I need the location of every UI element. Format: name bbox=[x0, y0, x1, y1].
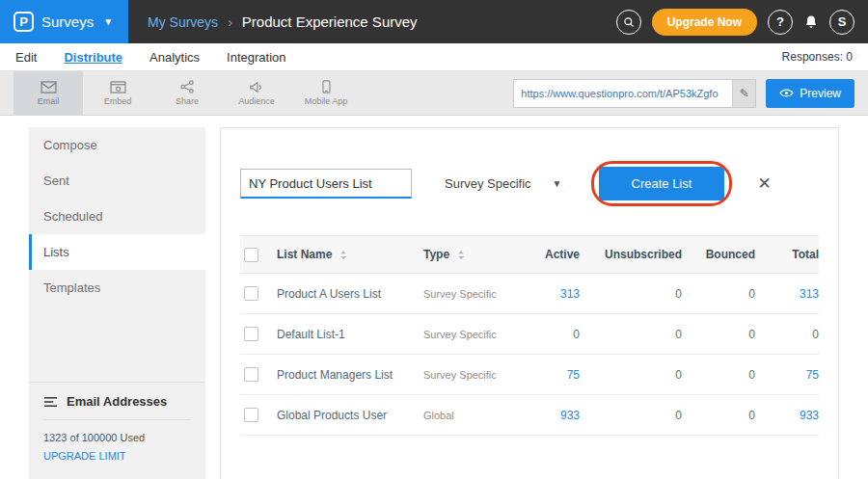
breadcrumb-separator-icon: › bbox=[228, 14, 232, 30]
audience-icon bbox=[249, 81, 264, 93]
toolbar-item-email[interactable]: Email bbox=[14, 71, 83, 115]
mobile-app-icon bbox=[322, 80, 331, 93]
toolbar-item-mobile-app[interactable]: Mobile App bbox=[291, 71, 361, 115]
help-button[interactable]: ? bbox=[768, 10, 793, 35]
email-sidebar: Compose Sent Scheduled Lists Templates E… bbox=[29, 127, 205, 479]
embed-icon bbox=[110, 81, 126, 93]
total-count[interactable]: 933 bbox=[755, 409, 819, 422]
row-checkbox[interactable] bbox=[244, 367, 258, 382]
toolbar-item-label: Email bbox=[38, 96, 60, 106]
bell-icon bbox=[803, 14, 819, 30]
list-icon bbox=[43, 396, 58, 408]
search-button[interactable] bbox=[616, 10, 641, 35]
sidebar-item-templates[interactable]: Templates bbox=[29, 270, 205, 306]
product-switcher[interactable]: P Surveys ▼ bbox=[0, 0, 128, 43]
sidebar-item-lists[interactable]: Lists bbox=[29, 234, 205, 270]
distribute-toolbar: Email Embed Share Audience Mobile App ✎ … bbox=[0, 71, 868, 116]
list-name-link[interactable]: Default List-1 bbox=[277, 328, 345, 341]
active-count[interactable]: 75 bbox=[526, 368, 580, 382]
tab-distribute[interactable]: Distribute bbox=[64, 50, 122, 65]
preview-label: Preview bbox=[800, 87, 841, 100]
toolbar-item-label: Audience bbox=[238, 96, 275, 106]
content-area: Compose Sent Scheduled Lists Templates E… bbox=[0, 116, 868, 479]
tab-integration[interactable]: Integration bbox=[227, 50, 285, 65]
upgrade-limit-link[interactable]: UPGRADE LIMIT bbox=[43, 450, 191, 462]
row-checkbox[interactable] bbox=[244, 286, 258, 301]
table-row: Default List-1 Survey Specific 0 0 0 0 bbox=[240, 314, 819, 355]
email-addresses-header: Email Addresses bbox=[43, 394, 191, 420]
breadcrumb-current-survey: Product Experience Survey bbox=[242, 13, 418, 30]
responses-count: Responses: 0 bbox=[782, 50, 853, 64]
select-all-checkbox[interactable] bbox=[244, 248, 258, 262]
table-row: Global Products User Global 933 0 0 933 bbox=[240, 395, 819, 436]
unsubscribed-count[interactable]: 0 bbox=[580, 409, 682, 422]
header-bounced: Bounced bbox=[682, 248, 755, 261]
upgrade-now-button[interactable]: Upgrade Now bbox=[652, 9, 757, 36]
breadcrumb-my-surveys[interactable]: My Surveys bbox=[148, 14, 218, 30]
tab-edit[interactable]: Edit bbox=[15, 50, 37, 65]
lists-panel: Survey Specific ▼ Create List ✕ List Nam… bbox=[220, 127, 839, 479]
sort-icon[interactable] bbox=[339, 250, 347, 260]
total-count[interactable]: 75 bbox=[755, 368, 819, 382]
preview-button[interactable]: Preview bbox=[766, 79, 854, 108]
sidebar-item-compose[interactable]: Compose bbox=[29, 127, 205, 163]
pencil-icon: ✎ bbox=[740, 87, 749, 100]
sidebar-item-scheduled[interactable]: Scheduled bbox=[29, 199, 205, 234]
list-type-select[interactable]: Survey Specific ▼ bbox=[445, 176, 562, 191]
total-count[interactable]: 0 bbox=[755, 328, 819, 341]
close-icon[interactable]: ✕ bbox=[757, 173, 771, 194]
unsubscribed-count[interactable]: 0 bbox=[580, 287, 682, 301]
list-type: Survey Specific bbox=[423, 329, 497, 340]
edit-url-button[interactable]: ✎ bbox=[732, 80, 755, 107]
list-name-link[interactable]: Product Managers List bbox=[277, 368, 393, 382]
bounced-count[interactable]: 0 bbox=[682, 368, 755, 382]
lists-table: List Name Type Active Unsubscribed Bounc… bbox=[240, 235, 819, 436]
row-checkbox[interactable] bbox=[244, 408, 258, 422]
header-type: Type bbox=[423, 248, 449, 261]
row-checkbox[interactable] bbox=[244, 327, 258, 341]
chevron-down-icon: ▼ bbox=[553, 178, 562, 189]
toolbar-item-label: Embed bbox=[104, 96, 132, 106]
survey-url-input[interactable] bbox=[514, 80, 732, 107]
tab-analytics[interactable]: Analytics bbox=[149, 50, 200, 65]
list-type: Survey Specific bbox=[423, 369, 497, 381]
toolbar-item-embed[interactable]: Embed bbox=[83, 71, 152, 115]
bounced-count[interactable]: 0 bbox=[682, 287, 755, 301]
list-type: Global bbox=[423, 410, 454, 421]
create-list-wrap: Create List bbox=[599, 167, 725, 200]
questionpro-logo-icon: P bbox=[14, 12, 34, 32]
toolbar-item-audience[interactable]: Audience bbox=[222, 71, 291, 115]
email-usage-text: 1323 of 100000 Used bbox=[43, 432, 191, 443]
header-list-name: List Name bbox=[277, 248, 332, 261]
email-addresses-section: Email Addresses 1323 of 100000 Used UPGR… bbox=[29, 382, 205, 479]
active-count[interactable]: 313 bbox=[526, 287, 580, 301]
notifications-button[interactable] bbox=[803, 14, 819, 30]
list-name-link[interactable]: Product A Users List bbox=[277, 287, 381, 301]
toolbar-item-label: Share bbox=[176, 96, 199, 106]
header-total: Total bbox=[755, 248, 819, 261]
list-name-link[interactable]: Global Products User bbox=[277, 409, 387, 422]
top-bar: P Surveys ▼ My Surveys › Product Experie… bbox=[0, 0, 868, 43]
eye-icon bbox=[779, 89, 794, 97]
bounced-count[interactable]: 0 bbox=[682, 409, 755, 422]
email-icon bbox=[41, 81, 57, 93]
sidebar-item-sent[interactable]: Sent bbox=[29, 163, 205, 199]
list-type: Survey Specific bbox=[423, 288, 497, 300]
create-list-button[interactable]: Create List bbox=[599, 167, 725, 200]
bounced-count[interactable]: 0 bbox=[682, 328, 755, 341]
list-name-input[interactable] bbox=[240, 169, 412, 199]
share-icon bbox=[180, 80, 194, 93]
product-name: Surveys bbox=[41, 13, 94, 30]
header-unsubscribed: Unsubscribed bbox=[580, 248, 682, 261]
toolbar-item-share[interactable]: Share bbox=[152, 71, 222, 115]
avatar[interactable]: S bbox=[829, 10, 854, 35]
email-addresses-title: Email Addresses bbox=[67, 394, 167, 409]
active-count[interactable]: 933 bbox=[526, 409, 580, 422]
unsubscribed-count[interactable]: 0 bbox=[580, 328, 682, 341]
active-count[interactable]: 0 bbox=[526, 328, 580, 341]
list-type-value: Survey Specific bbox=[445, 176, 531, 191]
survey-url-box: ✎ bbox=[513, 79, 756, 108]
unsubscribed-count[interactable]: 0 bbox=[580, 368, 682, 382]
sort-icon[interactable] bbox=[457, 250, 465, 260]
total-count[interactable]: 313 bbox=[755, 287, 819, 301]
